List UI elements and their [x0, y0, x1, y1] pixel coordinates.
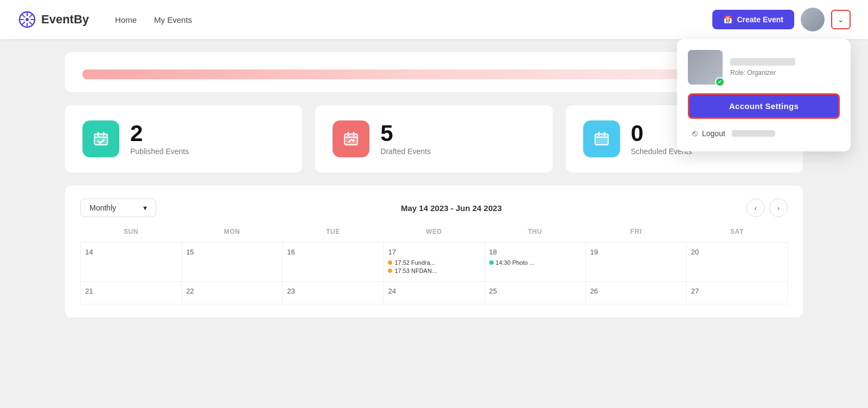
svg-point-18 — [353, 141, 354, 142]
event-item[interactable]: 17:52 Fundra... — [388, 259, 480, 266]
calendar-next-button[interactable]: › — [769, 199, 788, 217]
calendar-day-cell[interactable]: 22 — [182, 282, 283, 304]
calendar-day-cell[interactable]: 20 — [686, 243, 787, 282]
day-number: 24 — [388, 287, 480, 295]
calendar-date-range: May 14 2023 - Jun 24 2023 — [169, 203, 733, 213]
dropdown-user-info: Role: Organizer — [730, 58, 840, 76]
calendar-grid: SUN MON TUE WED THU FRI SAT 1415161717:5… — [80, 228, 788, 304]
account-dropdown: Role: Organizer Account Settings ⎋ Logou… — [677, 39, 851, 151]
drafted-count: 5 — [380, 122, 431, 145]
nav-link-home[interactable]: Home — [115, 15, 137, 24]
event-dot — [489, 260, 494, 265]
dropdown-avatar — [688, 50, 723, 85]
day-header-thu: THU — [484, 228, 585, 243]
day-number: 22 — [186, 287, 278, 295]
svg-line-6 — [22, 15, 25, 17]
day-number: 19 — [590, 248, 682, 256]
calendar-day-cell[interactable]: 27 — [686, 282, 787, 304]
day-number: 16 — [287, 248, 379, 256]
calendar-day-cell[interactable]: 19 — [585, 243, 686, 282]
account-settings-button[interactable]: Account Settings — [688, 93, 840, 119]
nav-link-my-events[interactable]: My Events — [154, 15, 192, 24]
day-number: 26 — [590, 287, 682, 295]
avatar-button[interactable] — [801, 8, 825, 31]
svg-rect-19 — [595, 134, 608, 145]
svg-line-8 — [30, 15, 33, 17]
day-header-sat: SAT — [686, 228, 787, 243]
calendar-day-cell[interactable]: 16 — [283, 243, 384, 282]
scheduled-icon — [583, 120, 620, 157]
calendar-day-cell[interactable]: 1814:30 Photo ... — [484, 243, 585, 282]
event-label: 17:52 Fundra... — [394, 259, 435, 266]
calendar-day-cell[interactable]: 21 — [81, 282, 182, 304]
calendar-nav-buttons: ‹ › — [746, 199, 788, 217]
calendar-day-cell[interactable]: 24 — [384, 282, 484, 304]
create-event-button[interactable]: 📅 Create Event — [712, 10, 794, 29]
event-label: 17:53 NFDAN... — [394, 267, 437, 274]
drafted-label: Drafted Events — [380, 147, 431, 156]
calendar-day-cell[interactable]: 26 — [585, 282, 686, 304]
event-label: 14:30 Photo ... — [496, 259, 535, 266]
calendar-day-cell[interactable]: 1717:52 Fundra...17:53 NFDAN... — [384, 243, 484, 282]
nav-links: Home My Events — [115, 15, 192, 24]
calendar-day-cell[interactable]: 14 — [81, 243, 182, 282]
stat-info-drafted: 5 Drafted Events — [380, 122, 431, 156]
day-number: 17 — [388, 248, 480, 256]
logout-row[interactable]: ⎋ Logout — [688, 126, 840, 141]
calendar-icon: 📅 — [723, 15, 732, 24]
published-label: Published Events — [130, 147, 189, 156]
day-header-wed: WED — [384, 228, 484, 243]
day-number: 14 — [85, 248, 177, 256]
svg-line-7 — [30, 22, 33, 25]
event-dot — [388, 260, 392, 265]
calendar-header-row: SUN MON TUE WED THU FRI SAT — [81, 228, 788, 243]
calendar-week-row: 1415161717:52 Fundra...17:53 NFDAN...181… — [81, 243, 788, 282]
drafted-icon — [333, 120, 369, 157]
logout-label: Logout — [702, 129, 725, 138]
logout-name-blur — [732, 130, 775, 137]
dropdown-role: Role: Organizer — [730, 69, 840, 76]
stat-info-published: 2 Published Events — [130, 122, 189, 156]
calendar-header: Monthly ▾ May 14 2023 - Jun 24 2023 ‹ › — [80, 199, 788, 217]
day-number: 15 — [186, 248, 278, 256]
day-number: 25 — [489, 287, 581, 295]
dropdown-profile: Role: Organizer — [688, 50, 840, 85]
dropdown-username-blur — [730, 58, 795, 66]
day-header-tue: TUE — [283, 228, 384, 243]
calendar-section: Monthly ▾ May 14 2023 - Jun 24 2023 ‹ › … — [65, 186, 803, 317]
calendar-prev-button[interactable]: ‹ — [746, 199, 765, 217]
svg-line-9 — [22, 22, 25, 25]
logout-icon: ⎋ — [692, 129, 698, 138]
day-number: 27 — [691, 287, 783, 295]
event-dot — [388, 269, 392, 273]
online-badge — [715, 77, 725, 87]
banner-bar — [82, 69, 715, 79]
day-header-sun: SUN — [81, 228, 182, 243]
chevron-down-icon: ⌄ — [838, 15, 844, 24]
logo-icon — [17, 10, 37, 29]
day-header-fri: FRI — [585, 228, 686, 243]
calendar-day-cell[interactable]: 25 — [484, 282, 585, 304]
view-select-label: Monthly — [90, 203, 116, 212]
chevron-down-icon: ▾ — [143, 203, 147, 212]
nav-right: 📅 Create Event ⌄ — [712, 8, 851, 31]
day-header-mon: MON — [182, 228, 283, 243]
calendar-week-row: 21222324252627 — [81, 282, 788, 304]
stat-card-published: 2 Published Events — [65, 105, 302, 173]
day-number: 23 — [287, 287, 379, 295]
logo-text: EventBy — [41, 12, 89, 27]
day-number: 20 — [691, 248, 783, 256]
published-icon — [82, 120, 119, 157]
published-count: 2 — [130, 122, 189, 145]
event-item[interactable]: 14:30 Photo ... — [489, 259, 581, 266]
day-number: 21 — [85, 287, 177, 295]
view-select[interactable]: Monthly ▾ — [80, 199, 156, 217]
calendar-day-cell[interactable]: 15 — [182, 243, 283, 282]
event-item[interactable]: 17:53 NFDAN... — [388, 267, 480, 274]
create-event-label: Create Event — [737, 15, 783, 24]
logo[interactable]: EventBy — [17, 10, 89, 29]
day-number: 18 — [489, 248, 581, 256]
calendar-day-cell[interactable]: 23 — [283, 282, 384, 304]
dropdown-arrow-button[interactable]: ⌄ — [831, 10, 851, 29]
stat-card-drafted: 5 Drafted Events — [315, 105, 552, 173]
